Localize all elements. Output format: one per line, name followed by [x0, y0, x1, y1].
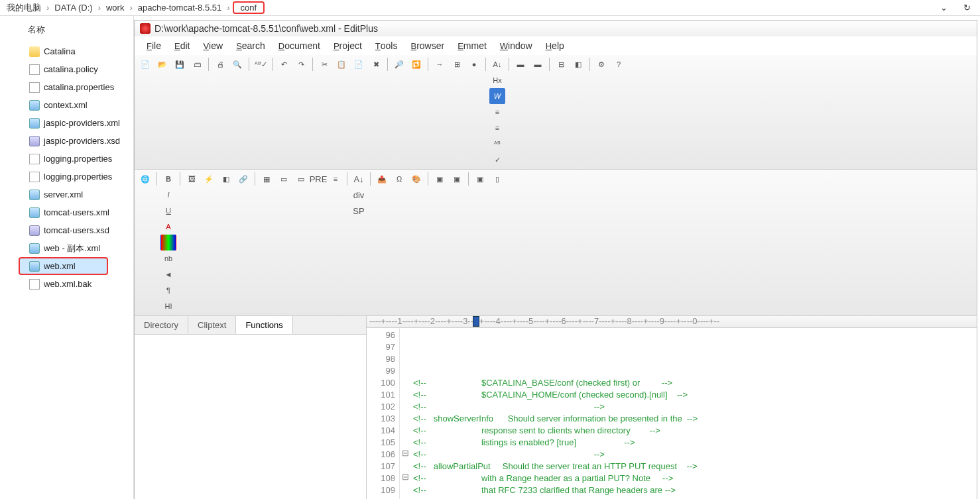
- image-icon[interactable]: 🖼: [184, 171, 200, 187]
- tool-button[interactable]: ᴬᴮ: [489, 136, 505, 152]
- file-item[interactable]: context.xml: [0, 96, 133, 114]
- code-line[interactable]: <!-- -->: [413, 449, 974, 461]
- code-area[interactable]: 9697989910010110210310410510610710810911…: [367, 328, 977, 499]
- spell-icon[interactable]: ᴬᴮ✓: [253, 56, 269, 72]
- color2-icon[interactable]: 🎨: [408, 171, 424, 187]
- menu-tools[interactable]: Tools: [369, 38, 404, 54]
- menu-view[interactable]: View: [196, 38, 229, 54]
- code-line[interactable]: <!-- $CATALINA_BASE/conf (checked first)…: [413, 377, 974, 389]
- cut-icon[interactable]: ✂: [316, 56, 332, 72]
- code-line[interactable]: <!-- with a Range header as a partial PU…: [413, 472, 974, 484]
- menubar[interactable]: FileEditViewSearchDocumentProjectToolsBr…: [135, 36, 977, 55]
- save-icon[interactable]: 💾: [172, 56, 188, 72]
- code-line[interactable]: <!-- allowPartialPut Should the server t…: [413, 461, 974, 472]
- redo-icon[interactable]: ↷: [293, 56, 309, 72]
- tool-button[interactable]: W: [489, 88, 505, 104]
- breadcrumb[interactable]: 我的电脑›DATA (D:)›work›apache-tomcat-8.5.51…: [0, 0, 980, 16]
- code-line[interactable]: <!-- -->: [413, 401, 974, 413]
- delete-icon[interactable]: ✖: [368, 56, 384, 72]
- tool-button[interactable]: ✓: [489, 152, 505, 168]
- menu-window[interactable]: Window: [493, 38, 539, 54]
- globe-icon[interactable]: 🌐: [137, 171, 153, 187]
- menu-help[interactable]: Help: [539, 38, 571, 54]
- breadcrumb-item[interactable]: 我的电脑: [4, 2, 44, 14]
- split-icon[interactable]: ⊟: [553, 56, 569, 72]
- print-icon[interactable]: 🖨: [212, 56, 228, 72]
- tool-button[interactable]: ≡: [489, 104, 505, 120]
- tool-button[interactable]: ≡: [489, 120, 505, 136]
- file-item[interactable]: tomcat-users.xsd: [0, 221, 133, 239]
- fmt-■-button[interactable]: [160, 235, 176, 250]
- record-icon[interactable]: ●: [466, 56, 482, 72]
- menu-search[interactable]: Search: [229, 38, 272, 54]
- dropdown-icon[interactable]: ⌄: [938, 3, 950, 13]
- copy-icon[interactable]: 📋: [334, 56, 349, 72]
- bookmark-icon[interactable]: ⊞: [449, 56, 465, 72]
- preview-icon[interactable]: 🔍: [229, 56, 245, 72]
- paste-icon[interactable]: 📄: [351, 56, 367, 72]
- char-icon[interactable]: Ω: [391, 171, 407, 187]
- pre-icon[interactable]: ▭: [293, 171, 309, 187]
- panel2-icon[interactable]: ▣: [449, 171, 465, 187]
- file-item[interactable]: jaspic-providers.xsd: [0, 132, 133, 150]
- link2-icon[interactable]: 🔗: [235, 171, 251, 187]
- fmt-b-button[interactable]: B: [160, 171, 176, 187]
- list-icon[interactable]: ≡: [328, 171, 343, 187]
- table-icon[interactable]: ▦: [259, 171, 275, 187]
- replace-icon[interactable]: 🔁: [408, 56, 424, 72]
- file-item[interactable]: catalina.policy: [0, 60, 133, 78]
- panel1-icon[interactable]: ▣: [432, 171, 448, 187]
- window2-icon[interactable]: ▬: [530, 56, 546, 72]
- code-line[interactable]: <!-- response sent to clients when direc…: [413, 425, 974, 437]
- tool-button[interactable]: A↓: [351, 171, 367, 187]
- fmt-nb-button[interactable]: nb: [160, 250, 176, 266]
- file-item[interactable]: web - 副本.xml: [0, 239, 133, 257]
- refresh-icon[interactable]: ↻: [961, 3, 973, 13]
- tab-functions[interactable]: Functions: [236, 316, 292, 334]
- menu-file[interactable]: File: [140, 38, 168, 54]
- tool-button[interactable]: div: [351, 187, 367, 203]
- breadcrumb-item[interactable]: apache-tomcat-8.5.51: [135, 3, 224, 13]
- find-icon[interactable]: 🔎: [391, 56, 407, 72]
- fmt-hi-button[interactable]: HI: [160, 298, 176, 314]
- file-item[interactable]: Catalina: [0, 42, 133, 60]
- code-line[interactable]: <!-- only valid for GET requests. [true]…: [413, 496, 974, 499]
- breadcrumb-item[interactable]: conf: [233, 1, 265, 14]
- file-item[interactable]: jaspic-providers.xml: [0, 114, 133, 132]
- code-line[interactable]: <!-- listings is enabled? [true] -->: [413, 437, 974, 449]
- tab-cliptext[interactable]: Cliptext: [188, 316, 236, 334]
- save-all-icon[interactable]: 🗃: [189, 56, 205, 72]
- file-item[interactable]: catalina.properties: [0, 78, 133, 96]
- fmt-◄-button[interactable]: ◄: [160, 266, 176, 282]
- breadcrumb-item[interactable]: DATA (D:): [52, 3, 95, 13]
- fmt-u-button[interactable]: U: [160, 203, 176, 219]
- open-icon[interactable]: 📂: [154, 56, 170, 72]
- goto-icon[interactable]: →: [432, 56, 448, 72]
- new-file-icon[interactable]: 📄: [137, 56, 153, 72]
- menu-edit[interactable]: Edit: [168, 38, 196, 54]
- fmt-i-button[interactable]: I: [160, 187, 176, 203]
- panel3-icon[interactable]: ▣: [472, 171, 488, 187]
- fmt-¶-button[interactable]: ¶: [160, 282, 176, 298]
- window1-icon[interactable]: ▬: [513, 56, 528, 72]
- settings-icon[interactable]: ⚙: [593, 56, 609, 72]
- menu-project[interactable]: Project: [327, 38, 369, 54]
- toggle-icon[interactable]: ◧: [570, 56, 586, 72]
- file-item[interactable]: logging.properties: [0, 168, 133, 186]
- tool-button[interactable]: Hx: [489, 72, 505, 88]
- panel4-icon[interactable]: ▯: [489, 171, 505, 187]
- file-item[interactable]: tomcat-users.xml: [0, 203, 133, 221]
- undo-icon[interactable]: ↶: [276, 56, 292, 72]
- file-item[interactable]: web.xml: [19, 257, 108, 275]
- fmt-a-button[interactable]: A: [160, 219, 176, 235]
- tool-button[interactable]: A↓: [489, 56, 505, 72]
- menu-emmet[interactable]: Emmet: [451, 38, 493, 54]
- tab-directory[interactable]: Directory: [135, 316, 188, 334]
- side-panel-tabs[interactable]: DirectoryCliptextFunctions: [135, 316, 366, 335]
- pre2-icon[interactable]: PRE: [310, 171, 326, 187]
- code-line[interactable]: <!-- $CATALINA_HOME/conf (checked second…: [413, 389, 974, 401]
- file-item[interactable]: server.xml: [0, 186, 133, 203]
- menu-document[interactable]: Document: [272, 38, 327, 54]
- css-icon[interactable]: ◧: [218, 171, 234, 187]
- upload-icon[interactable]: 📤: [374, 171, 390, 187]
